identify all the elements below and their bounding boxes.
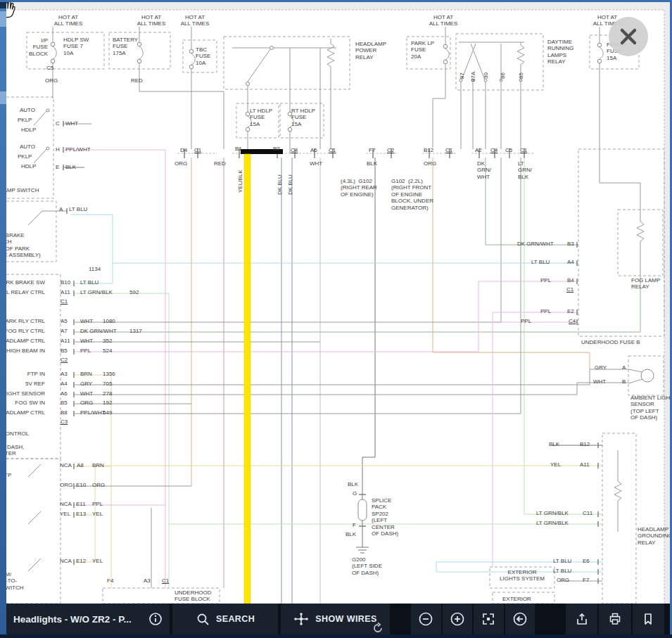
zoom-in-icon xyxy=(450,611,465,627)
show-wires-label: SHOW WIRES xyxy=(315,614,376,624)
frame-tab xyxy=(0,11,6,27)
wiring-svg xyxy=(0,0,672,604)
toolbar-spacer xyxy=(393,604,408,634)
show-wires-icon xyxy=(293,612,309,626)
export-icon xyxy=(575,612,589,626)
export-button[interactable] xyxy=(566,604,597,634)
close-icon xyxy=(609,17,648,56)
search-icon xyxy=(196,612,210,626)
right-pin-ticks xyxy=(577,242,598,584)
rotate-icon[interactable] xyxy=(372,622,384,634)
diagram-title: Headlights - W/O ZR2 - P... xyxy=(13,614,132,625)
zoom-controls xyxy=(411,604,535,634)
action-controls xyxy=(566,604,664,634)
drl-relay-symbol xyxy=(459,42,524,149)
top-frame xyxy=(0,0,672,2)
selected-wire-segment[interactable] xyxy=(241,149,283,154)
wiring-diagram-viewer: HOT AT ALL TIMESHOT AT ALL TIMESHOT AT A… xyxy=(0,0,672,638)
info-icon[interactable] xyxy=(148,612,163,626)
reset-view-icon xyxy=(512,611,528,627)
frame-tab xyxy=(0,91,6,104)
fit-screen-button[interactable] xyxy=(474,604,504,634)
zoom-out-button[interactable] xyxy=(411,604,441,634)
print-button[interactable] xyxy=(599,604,630,634)
close-button[interactable] xyxy=(609,17,648,56)
search-button[interactable]: SEARCH xyxy=(172,604,278,634)
status-strip xyxy=(0,634,672,638)
search-label: SEARCH xyxy=(216,614,255,624)
zoom-in-button[interactable] xyxy=(443,604,473,634)
bottom-toolbar: Headlights - W/O ZR2 - P... SEARCH xyxy=(6,604,670,634)
fuse-symbols xyxy=(51,37,603,135)
fit-screen-icon xyxy=(481,612,495,626)
highlighted-wire-yelblk[interactable] xyxy=(244,154,251,604)
bookmark-button[interactable] xyxy=(633,604,664,634)
reset-view-button[interactable] xyxy=(505,604,535,634)
diagram-title-bar[interactable]: Headlights - W/O ZR2 - P... xyxy=(6,604,170,634)
bookmark-icon xyxy=(641,612,655,626)
diagram-canvas[interactable]: HOT AT ALL TIMESHOT AT ALL TIMESHOT AT A… xyxy=(0,0,672,604)
zoom-out-icon xyxy=(418,611,433,627)
toolbar-spacer xyxy=(538,604,563,634)
print-icon xyxy=(608,612,622,626)
